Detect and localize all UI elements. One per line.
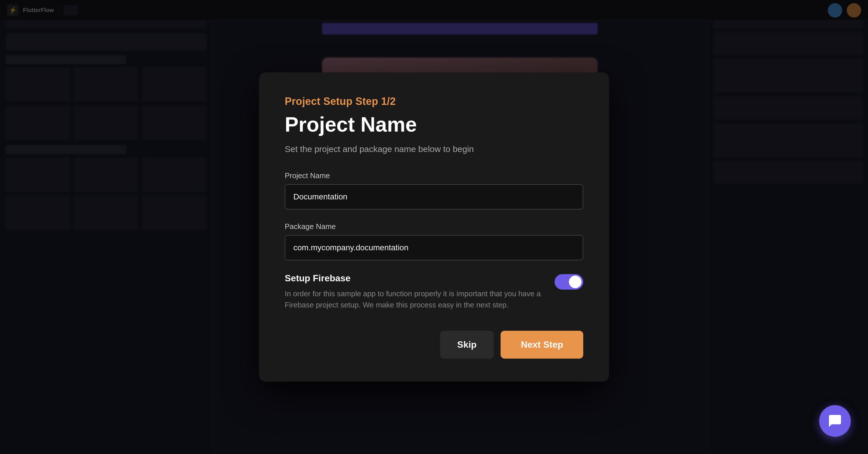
project-name-label: Project Name [285, 171, 583, 180]
skip-button[interactable]: Skip [440, 331, 494, 359]
firebase-toggle[interactable] [555, 274, 583, 290]
package-name-input[interactable] [285, 235, 583, 260]
modal-footer: Skip Next Step [285, 331, 583, 359]
firebase-text: Setup Firebase In order for this sample … [285, 273, 543, 311]
firebase-section: Setup Firebase In order for this sample … [285, 273, 583, 311]
chat-icon [827, 413, 843, 429]
modal-subtitle: Set the project and package name below t… [285, 144, 583, 154]
step-label: Project Setup Step 1/2 [285, 95, 583, 108]
chat-support-button[interactable] [819, 405, 851, 437]
next-step-button[interactable]: Next Step [501, 331, 583, 359]
firebase-toggle-wrapper[interactable] [555, 274, 583, 290]
project-name-input[interactable] [285, 184, 583, 209]
modal-title: Project Name [285, 113, 583, 136]
package-name-label: Package Name [285, 222, 583, 231]
firebase-title: Setup Firebase [285, 273, 543, 284]
modal-overlay: Project Setup Step 1/2 Project Name Set … [0, 0, 868, 454]
project-setup-modal: Project Setup Step 1/2 Project Name Set … [259, 73, 609, 381]
firebase-desc: In order for this sample app to function… [285, 288, 543, 311]
